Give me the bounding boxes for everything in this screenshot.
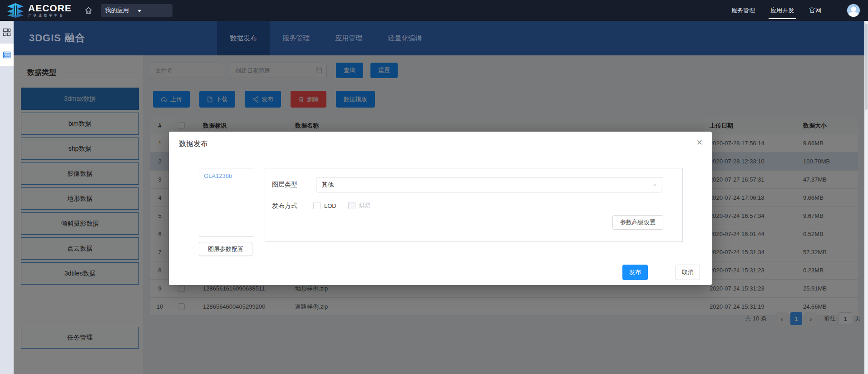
modal-footer: 发布 取消: [169, 259, 712, 285]
publish-mode-options: LOD 烘焙: [313, 202, 371, 210]
publish-settings-panel: 图层类型 其他 ∨ 发布方式 LOD 烘焙 参数高级设置: [265, 168, 683, 242]
scrollbar-thumb[interactable]: [865, 24, 868, 110]
lod-label: LOD: [324, 202, 336, 209]
nav-tab[interactable]: 轻量化编辑: [375, 21, 434, 55]
topbar-link[interactable]: 服务管理: [731, 0, 755, 21]
top-bar: AECORE 广联达数字中台 我的应用 ▼ 服务管理 应用开发 官网: [0, 0, 868, 21]
modal-title: 数据发布: [179, 139, 208, 149]
close-icon[interactable]: ✕: [696, 138, 703, 148]
chevron-down-icon: ▼: [137, 8, 168, 13]
data-publish-modal: 数据发布 ✕ GLA1238b 图层参数配置 图层类型 其他 ∨ 发布方式 LO…: [169, 132, 712, 285]
selected-item-link[interactable]: GLA1238b: [204, 172, 249, 179]
topbar-link[interactable]: 官网: [809, 0, 821, 21]
app-title: 3DGIS 融合: [29, 31, 85, 45]
nav-tab[interactable]: 数据发布: [217, 21, 270, 55]
modal-publish-button[interactable]: 发布: [622, 265, 648, 280]
dashboard-icon[interactable]: [0, 21, 14, 44]
layer-config-button[interactable]: 图层参数配置: [199, 242, 252, 256]
aecore-logo-icon: [6, 3, 25, 18]
bake-checkbox[interactable]: [348, 202, 355, 209]
app-select-dropdown[interactable]: 我的应用 ▼: [101, 4, 173, 17]
chevron-down-icon: ∨: [653, 182, 656, 187]
bake-label: 烘焙: [359, 202, 371, 210]
selected-items-box: GLA1238b: [199, 168, 254, 237]
brand-name: AECORE: [28, 4, 72, 13]
nav-tab[interactable]: 服务管理: [270, 21, 322, 55]
home-icon[interactable]: [84, 6, 93, 15]
modal-header: 数据发布 ✕: [169, 132, 712, 155]
modal-cancel-button[interactable]: 取消: [676, 265, 700, 280]
brand-text: AECORE 广联达数字中台: [28, 4, 72, 18]
layer-type-select[interactable]: 其他 ∨: [316, 177, 662, 192]
topbar-link[interactable]: 应用开发: [770, 0, 794, 21]
left-icon-strip: [0, 21, 14, 374]
layer-type-label: 图层类型: [272, 181, 297, 189]
brand-subtitle: 广联达数字中台: [28, 13, 72, 18]
user-avatar[interactable]: [847, 4, 860, 17]
app-window-icon[interactable]: [0, 44, 14, 66]
app-nav-bar: 3DGIS 融合 数据发布 服务管理 应用管理 轻量化编辑: [14, 21, 868, 55]
brand-logo: AECORE 广联达数字中台: [6, 3, 72, 18]
topbar-links: 服务管理 应用开发 官网: [731, 0, 868, 21]
nav-tab[interactable]: 应用管理: [322, 21, 375, 55]
page-scrollbar[interactable]: [864, 21, 868, 374]
layer-type-value: 其他: [322, 181, 653, 189]
advanced-settings-button[interactable]: 参数高级设置: [612, 215, 663, 230]
nav-tabs: 数据发布 服务管理 应用管理 轻量化编辑: [217, 21, 434, 55]
lod-checkbox[interactable]: [313, 202, 321, 209]
topbar-divider: [837, 7, 837, 14]
publish-mode-label: 发布方式: [272, 202, 297, 210]
app-select-value: 我的应用: [105, 6, 137, 15]
